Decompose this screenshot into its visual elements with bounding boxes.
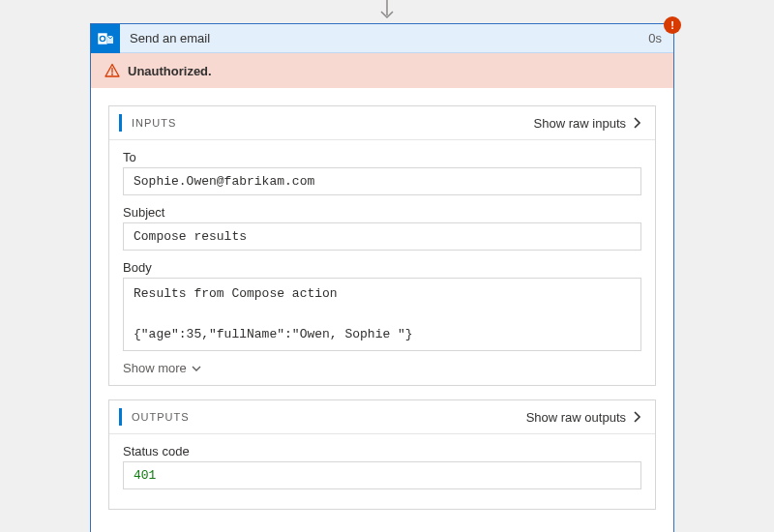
subject-value: Compose results [123,222,641,251]
outlook-icon [91,24,120,53]
error-badge-icon: ! [664,16,681,34]
outputs-title: OUTPUTS [132,411,526,423]
warning-icon [104,63,120,78]
action-card: ! Send an email 0s Unauthorized. [90,23,674,532]
svg-rect-1 [98,33,107,44]
outputs-section: OUTPUTS Show raw outputs Status code 401 [108,399,656,510]
show-raw-outputs-button[interactable]: Show raw outputs [526,410,641,425]
to-field: To Sophie.Owen@fabrikam.com [123,150,641,195]
chevron-right-icon [632,117,641,129]
error-message: Unauthorized. [128,64,212,78]
body-value: Results from Compose action {"age":35,"f… [123,278,641,351]
show-raw-inputs-label: Show raw inputs [534,116,626,131]
section-accent [119,114,122,132]
svg-point-6 [111,74,113,75]
inputs-title: INPUTS [132,117,534,129]
card-body: INPUTS Show raw inputs To Sophie.Owen@fa… [91,88,673,532]
body-label: Body [123,260,641,275]
show-raw-inputs-button[interactable]: Show raw inputs [534,116,641,131]
inputs-content: To Sophie.Owen@fabrikam.com Subject Comp… [109,140,655,385]
outputs-content: Status code 401 [109,434,655,509]
error-banner: Unauthorized. [91,53,673,88]
subject-label: Subject [123,205,641,220]
subject-field: Subject Compose results [123,205,641,251]
chevron-right-icon [632,411,641,423]
show-more-label: Show more [123,361,187,375]
status-code-value: 401 [123,461,641,489]
status-code-label: Status code [123,444,641,458]
flow-arrow-icon [377,0,397,23]
to-label: To [123,150,641,164]
card-header[interactable]: Send an email 0s [91,24,673,53]
show-raw-outputs-label: Show raw outputs [526,410,626,425]
inputs-section: INPUTS Show raw inputs To Sophie.Owen@fa… [108,105,656,386]
body-field: Body Results from Compose action {"age":… [123,260,641,351]
card-title: Send an email [120,31,648,45]
outputs-section-header: OUTPUTS Show raw outputs [109,400,655,434]
status-code-text: 401 [134,468,156,483]
chevron-down-icon [191,364,202,373]
show-more-button[interactable]: Show more [123,361,641,375]
section-accent [119,408,122,426]
status-code-field: Status code 401 [123,444,641,489]
to-value: Sophie.Owen@fabrikam.com [123,167,641,195]
inputs-section-header: INPUTS Show raw inputs [109,106,655,140]
